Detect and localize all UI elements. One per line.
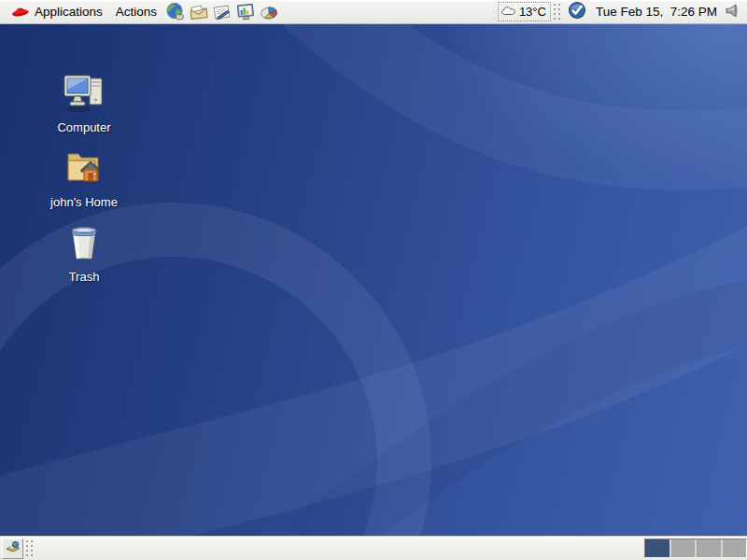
desktop-icon-computer[interactable]: Computer (37, 73, 131, 134)
actions-menu[interactable]: Actions (109, 1, 163, 23)
trash-icon (63, 222, 106, 266)
web-browser-launcher[interactable] (163, 1, 187, 23)
writer-icon (212, 3, 233, 21)
computer-icon (63, 73, 106, 117)
applications-menu[interactable]: Applications (5, 1, 109, 23)
panel-handle[interactable] (553, 2, 562, 21)
show-desktop-icon (5, 539, 21, 557)
weather-temperature: 13°C (519, 5, 546, 19)
impress-icon (235, 2, 256, 21)
desktop-icon-label: john's Home (50, 196, 118, 209)
panel-handle[interactable] (25, 539, 35, 558)
desktop-icon-label: Computer (57, 121, 110, 134)
home-folder-icon (63, 147, 106, 191)
spreadsheet-launcher[interactable] (257, 1, 280, 23)
gnome-desktop-screen: Applications Actions (0, 0, 747, 560)
workspace-4[interactable] (723, 539, 747, 557)
check-circle-icon (568, 1, 586, 22)
volume-applet[interactable] (723, 3, 742, 21)
update-notification-applet[interactable] (564, 1, 590, 22)
actions-menu-label: Actions (116, 5, 157, 19)
workspace-3[interactable] (697, 539, 721, 557)
desktop-icon-trash[interactable]: Trash (37, 222, 131, 284)
desktop-icon-label: Trash (69, 271, 100, 284)
calc-icon (259, 3, 279, 21)
workspace-2[interactable] (671, 539, 696, 557)
email-icon (189, 3, 209, 21)
word-processor-launcher[interactable] (210, 1, 233, 23)
workspace-1[interactable] (645, 539, 669, 557)
workspace-switcher (644, 539, 747, 558)
top-panel: Applications Actions (0, 0, 747, 24)
speaker-icon (725, 3, 740, 21)
web-browser-icon (165, 2, 185, 21)
clock[interactable]: Tue Feb 15, 7:26 PM (590, 5, 723, 19)
show-desktop-button[interactable] (2, 539, 23, 559)
applications-menu-label: Applications (35, 5, 103, 19)
weather-applet[interactable]: 13°C (498, 2, 551, 21)
desktop[interactable]: Computer john's Home (0, 24, 747, 536)
cloud-icon (500, 4, 517, 20)
email-launcher[interactable] (187, 1, 210, 23)
redhat-icon (11, 4, 29, 21)
presentation-launcher[interactable] (233, 1, 257, 23)
bottom-panel (0, 536, 747, 560)
desktop-icon-home[interactable]: john's Home (37, 147, 131, 209)
